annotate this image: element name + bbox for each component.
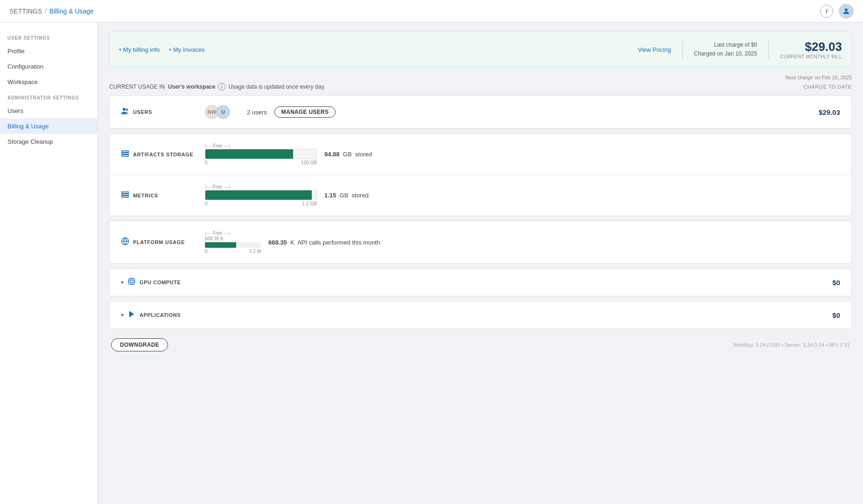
platform-free-label: Free <box>213 231 223 236</box>
artifacts-icon-label: ARTIFACTS STORAGE <box>121 150 205 159</box>
sidebar-label-storage-cleanup: Storage Cleanup <box>7 138 53 145</box>
sidebar-label-users: Users <box>7 107 23 114</box>
gpu-icon <box>127 277 136 287</box>
gpu-compute-header[interactable]: ▾ GPU COMPUTE $0 <box>110 269 851 296</box>
svg-rect-7 <box>122 194 129 195</box>
artifacts-bar-fill <box>205 149 293 159</box>
platform-icon-label: PLATFORM USAGE <box>121 237 205 247</box>
gpu-compute-card: ▾ GPU COMPUTE $0 <box>109 268 852 296</box>
sidebar-item-profile[interactable]: Profile <box>0 43 98 59</box>
gpu-label: GPU COMPUTE <box>140 280 181 285</box>
help-button[interactable]: i <box>820 5 833 18</box>
applications-chevron-icon: ▾ <box>121 312 124 318</box>
svg-marker-24 <box>129 311 134 317</box>
platform-bar-fill <box>205 242 236 248</box>
svg-point-1 <box>123 108 126 111</box>
sidebar-item-workspace[interactable]: Workspace <box>0 74 98 90</box>
breadcrumb-current: Billing & Usage <box>49 7 94 15</box>
platform-label-text: PLATFORM USAGE <box>133 239 185 245</box>
artifacts-bar-track <box>205 149 317 159</box>
platform-bar-max: 1.2 M <box>249 249 261 254</box>
users-amount: $29.03 <box>819 108 840 116</box>
svg-rect-8 <box>122 196 129 197</box>
sidebar-item-configuration[interactable]: Configuration <box>0 59 98 74</box>
metrics-bar-container: |— Free —| 0 1.2 GB <box>205 184 317 206</box>
users-label-text: USERS <box>133 109 152 115</box>
applications-header[interactable]: ▾ APPLICATIONS $0 <box>110 301 851 329</box>
usage-info-text: Usage data is updated once every day. <box>228 84 325 90</box>
usage-header: CURRENT USAGE IN User's workspace i Usag… <box>109 83 852 91</box>
users-section-card: USERS NW U 2 users MANAGE USERS $29.03 <box>109 95 852 129</box>
metrics-bar-max: 1.2 GB <box>302 201 317 206</box>
artifacts-free-label: Free <box>213 143 223 148</box>
usage-title-text: CURRENT USAGE IN User's workspace <box>109 84 215 90</box>
billing-divider <box>682 40 683 59</box>
sidebar-item-storage-cleanup[interactable]: Storage Cleanup <box>0 134 98 149</box>
metrics-label-text: METRICS <box>133 193 158 198</box>
metrics-bar-labels: 0 1.2 GB <box>205 201 317 206</box>
next-charge-row: Next charge on Feb 10, 2025 <box>109 75 852 80</box>
breadcrumb-separator: / <box>45 7 47 15</box>
sidebar-label-profile: Profile <box>7 48 25 55</box>
applications-label: APPLICATIONS <box>140 312 181 318</box>
platform-bar-value-label: 668.35 K <box>205 236 261 241</box>
artifacts-storage-value: 94.88 GB stored <box>324 151 372 158</box>
admin-settings-section-label: ADMINISTRATOR SETTINGS <box>0 90 98 103</box>
last-charge-label: Last charge of $0 <box>694 41 757 49</box>
storage-section-card: ARTIFACTS STORAGE |— Free —| 0 120 GB <box>109 133 852 216</box>
svg-rect-5 <box>122 155 129 156</box>
platform-value-text: 668.35 K API calls performed this month <box>268 239 380 246</box>
artifacts-bar-min: 0 <box>205 160 208 165</box>
platform-bar-min: 0 <box>205 249 208 254</box>
platform-bar-labels: 0 1.2 M <box>205 249 261 254</box>
svg-point-2 <box>126 109 128 111</box>
artifacts-label-text: ARTIFACTS STORAGE <box>133 152 193 157</box>
footer-row: DOWNGRADE WebApp: 3.24.0-599 • Server: 3… <box>109 338 852 351</box>
metrics-free-label: Free <box>213 184 223 189</box>
app-header: SETTINGS / Billing & Usage i <box>0 0 863 22</box>
gpu-amount: $0 <box>832 279 840 287</box>
metrics-row: METRICS |— Free —| 0 1.2 GB <box>110 175 851 216</box>
metrics-storage-value: 1.15 GB stored <box>324 192 369 199</box>
gpu-chevron-icon: ▾ <box>121 279 124 286</box>
sidebar: USER SETTINGS Profile Configuration Work… <box>0 22 98 504</box>
manage-users-button[interactable]: MANAGE USERS <box>274 106 336 118</box>
svg-rect-6 <box>122 192 129 193</box>
svg-rect-10 <box>129 279 134 284</box>
invoices-link[interactable]: My invoices <box>169 46 204 53</box>
artifacts-row: ARTIFACTS STORAGE |— Free —| 0 120 GB <box>110 134 851 175</box>
svg-rect-3 <box>122 151 129 152</box>
metrics-bar-track <box>205 190 317 200</box>
users-row: USERS NW U 2 users MANAGE USERS $29.03 <box>110 96 851 128</box>
sidebar-item-billing[interactable]: Billing & Usage <box>0 119 98 134</box>
header-actions: i <box>820 4 854 19</box>
billing-divider-2 <box>768 40 769 59</box>
platform-bar-track <box>205 242 261 248</box>
svg-rect-4 <box>122 153 129 154</box>
view-pricing-button[interactable]: View Pricing <box>638 46 671 53</box>
charged-on-label: Charged on Jan 10, 2025 <box>694 49 757 58</box>
monthly-bill-value: $29.03 <box>780 40 842 54</box>
metrics-icon-label: METRICS <box>121 191 205 200</box>
svg-point-0 <box>845 8 848 11</box>
billing-info-link[interactable]: My billing info <box>119 46 160 53</box>
metrics-bar-fill <box>205 190 312 200</box>
layout: USER SETTINGS Profile Configuration Work… <box>0 22 863 504</box>
metrics-bar-min: 0 <box>205 201 208 206</box>
artifacts-icon <box>121 150 129 159</box>
platform-bar-container: |— Free —| 668.35 K 0 1.2 M <box>205 231 261 254</box>
users-avatars: NW U <box>205 105 230 119</box>
downgrade-button[interactable]: DOWNGRADE <box>111 338 168 351</box>
avatar-u: U <box>216 105 230 119</box>
user-avatar-button[interactable] <box>839 4 854 19</box>
applications-card: ▾ APPLICATIONS $0 <box>109 301 852 329</box>
usage-info-icon[interactable]: i <box>218 83 225 91</box>
billing-links: My billing info My invoices <box>119 46 205 53</box>
svg-rect-11 <box>130 280 133 283</box>
artifacts-bar-max: 120 GB <box>301 160 317 165</box>
billing-amount: $29.03 CURRENT MONTHLY BILL <box>780 40 842 59</box>
platform-icon <box>121 237 129 247</box>
main-content: My billing info My invoices View Pricing… <box>98 22 863 504</box>
charge-to-date-label: CHARGE TO DATE <box>803 84 852 90</box>
sidebar-item-users[interactable]: Users <box>0 103 98 119</box>
